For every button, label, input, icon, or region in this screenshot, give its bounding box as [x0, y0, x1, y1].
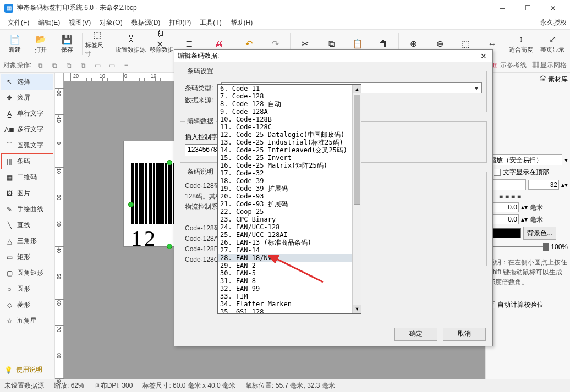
dropdown-item[interactable]: 10. Code-128B	[218, 115, 361, 123]
spinner-icon[interactable]: ▴▾	[521, 216, 528, 223]
align-icon-2[interactable]: ▭	[106, 60, 117, 71]
tool-多行文字[interactable]: A≣多行文字	[1, 122, 53, 137]
tool-手绘曲线[interactable]: ✎手绘曲线	[1, 201, 53, 217]
tool-三角形[interactable]: △三角形	[1, 233, 53, 249]
dropdown-item[interactable]: 30. EAN-5	[218, 269, 361, 277]
lib-btn[interactable]: 🏛 素材库	[540, 75, 568, 84]
spinner-icon[interactable]: ▴▾	[561, 181, 568, 189]
layer-icon-2[interactable]: ⧉	[49, 60, 60, 71]
dropdown-item[interactable]: 18. Code-39	[218, 177, 361, 185]
scroll-thumb[interactable]	[354, 95, 360, 205]
tool-单行文字[interactable]: A̲单行文字	[1, 106, 53, 122]
dropdown-item[interactable]: 25. EAN/UCC-128AI	[218, 231, 361, 239]
layer-icon-4[interactable]: ⧉	[78, 60, 89, 71]
scroll-down-button[interactable]: ▼	[353, 305, 361, 313]
bgcolor-button[interactable]: 背景色...	[523, 227, 556, 240]
tool-直线[interactable]: ╲直线	[1, 217, 53, 233]
dropdown-item[interactable]: 26. EAN-13 (标准商品条码)	[218, 239, 361, 246]
dropdown-item[interactable]: 12. Code-25 Datalogic(中国邮政码)	[218, 131, 361, 139]
tool-滚屏[interactable]: ✥滚屏	[1, 90, 53, 106]
dropdown-item[interactable]: 23. CPC Binary	[218, 216, 361, 223]
tb-setds[interactable]: 🛢设置数据源	[114, 31, 147, 57]
barcode-type-dropdown[interactable]: 6. Code-117. Code-1288. Code-128 自动9. Co…	[217, 84, 361, 314]
dropdown-item[interactable]: 15. Code-25 Invert	[218, 154, 361, 162]
tb-fitheight[interactable]: ↕适合高度	[506, 31, 536, 57]
dropdown-list[interactable]: 6. Code-117. Code-1288. Code-128 自动9. Co…	[218, 85, 361, 313]
align-right-icon[interactable]: ≡	[511, 192, 515, 200]
tool-二维码[interactable]: ▦二维码	[1, 169, 53, 185]
tb-fitpage[interactable]: ⤢整页显示	[538, 31, 568, 57]
menu-view[interactable]: 视图(V)	[64, 17, 95, 29]
resize-handle-n[interactable]	[167, 160, 172, 165]
tool-菱形[interactable]: ◇菱形	[1, 297, 53, 313]
tool-条码[interactable]: |||条码	[1, 153, 53, 169]
tool-选择[interactable]: ↖选择	[1, 74, 53, 90]
dropdown-item[interactable]: 6. Code-11	[218, 85, 361, 92]
dropdown-item[interactable]: 27. EAN-14	[218, 246, 361, 254]
zoom-mode-select[interactable]: 缩放（安全易扫）	[488, 154, 562, 165]
dropdown-item[interactable]: 35. GS1-128	[218, 308, 361, 313]
menu-file[interactable]: 文件(F)	[3, 17, 34, 29]
close-button[interactable]: ✕	[540, 0, 566, 16]
menu-datasource[interactable]: 数据源(D)	[127, 17, 165, 29]
align-icon-1[interactable]: ▭	[92, 60, 103, 71]
color-swatch[interactable]	[488, 228, 521, 238]
align-left-icon[interactable]: ≡	[499, 192, 503, 200]
dropdown-item[interactable]: 28. EAN-18/NVE	[218, 254, 361, 262]
text-top-checkbox[interactable]	[494, 169, 501, 176]
dropdown-item[interactable]: 24. EAN/UCC-128	[218, 223, 361, 231]
layer-icon[interactable]: ⧉	[35, 60, 46, 71]
menu-edit[interactable]: 编辑(E)	[34, 17, 64, 29]
dropdown-item[interactable]: 22. Coop-25	[218, 208, 361, 216]
dropdown-item[interactable]: 7. Code-128	[218, 92, 361, 100]
dropdown-item[interactable]: 11. Code-128C	[218, 123, 361, 131]
scroll-up-button[interactable]: ▲	[353, 85, 361, 93]
resize-handle-s[interactable]	[167, 244, 172, 249]
dropdown-item[interactable]: 34. Flatter Marken	[218, 300, 361, 308]
maximize-button[interactable]: ☐	[515, 0, 540, 16]
dialog-close-button[interactable]: ✕	[478, 52, 489, 60]
chevron-down-icon[interactable]: ▾	[564, 156, 568, 164]
dropdown-item[interactable]: 17. Code-32	[218, 169, 361, 177]
show-guides[interactable]: ⊞ 示参考线	[492, 60, 526, 70]
dropdown-item[interactable]: 14. Code-25 Interleaved(交叉25码)	[218, 146, 361, 154]
dropdown-item[interactable]: 13. Code-25 Industrial(标准25码)	[218, 139, 361, 146]
dropdown-item[interactable]: 29. EAN-2	[218, 262, 361, 269]
minimize-button[interactable]: ─	[490, 0, 515, 16]
align-justify-icon[interactable]: ≡	[517, 192, 521, 200]
tool-圆弧文字[interactable]: ⌒圆弧文字	[1, 137, 53, 153]
dropdown-scrollbar[interactable]: ▲ ▼	[352, 85, 361, 313]
align-center-icon[interactable]: ≡	[505, 192, 509, 200]
dropdown-item[interactable]: 33. FIM	[218, 292, 361, 300]
layer-icon-3[interactable]: ⧉	[63, 60, 74, 71]
dropdown-item[interactable]: 19. Code-39 扩展码	[218, 185, 361, 192]
tool-圆角矩形[interactable]: ▢圆角矩形	[1, 265, 53, 281]
menu-object[interactable]: 对象(O)	[95, 17, 127, 29]
chevron-down-icon[interactable]: ▼	[474, 85, 479, 91]
tb-labelsize[interactable]: ⬚标签尺寸	[85, 31, 110, 57]
dialog-title-bar[interactable]: 编辑条码数据: ✕	[174, 50, 492, 62]
cancel-button[interactable]: 取消	[443, 328, 486, 341]
dropdown-item[interactable]: 31. EAN-8	[218, 277, 361, 285]
align-icon-3[interactable]: ≡	[120, 60, 131, 71]
show-grid[interactable]: ▦ 显示网格	[532, 60, 567, 70]
tb-save[interactable]: 💾保存	[54, 31, 80, 57]
tool-圆形[interactable]: ○圆形	[1, 281, 53, 297]
dropdown-item[interactable]: 9. Code-128A	[218, 108, 361, 115]
font-style-select[interactable]: ▾	[488, 179, 526, 190]
dropdown-item[interactable]: 21. Code-93 扩展码	[218, 200, 361, 208]
spinner-icon[interactable]: ▴▾	[521, 203, 528, 211]
dropdown-item[interactable]: 32. EAN-99	[218, 285, 361, 292]
dropdown-item[interactable]: 16. Code-25 Matrix(矩阵25码)	[218, 162, 361, 169]
menu-print[interactable]: 打印(P)	[165, 17, 195, 29]
menu-tools[interactable]: 工具(T)	[195, 17, 226, 29]
opacity-slider[interactable]	[488, 242, 549, 252]
resize-handle-w[interactable]	[128, 202, 134, 207]
tb-new[interactable]: 📄新建	[2, 31, 28, 57]
ok-button[interactable]: 确定	[394, 328, 437, 341]
dropdown-item[interactable]: 20. Code-93	[218, 192, 361, 200]
dropdown-item[interactable]: 8. Code-128 自动	[218, 100, 361, 108]
tb-open[interactable]: 📂打开	[29, 31, 54, 57]
tb-removeds[interactable]: 🛢✕移除数据	[148, 31, 175, 57]
font-size-input[interactable]: 32	[528, 180, 559, 190]
